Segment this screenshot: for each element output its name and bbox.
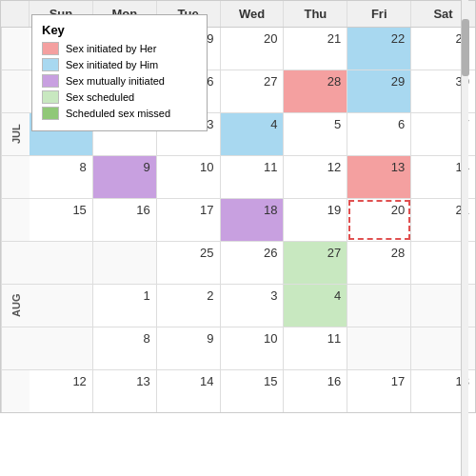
day-cell-empty — [30, 327, 93, 369]
day-cell[interactable]: 26 — [221, 242, 285, 284]
month-label — [1, 327, 30, 369]
day-cell[interactable]: 16 — [284, 370, 347, 412]
header-month-spacer — [1, 1, 30, 27]
day-cell[interactable]: 11 — [284, 327, 347, 369]
day-cell[interactable]: 16 — [93, 199, 157, 241]
day-cell[interactable]: 27 — [284, 242, 347, 284]
calendar: Sun Mon Tue Wed Thu Fri Sat 17 18 19 20 … — [0, 0, 476, 413]
legend-swatch-him — [42, 58, 59, 71]
legend-title: Key — [42, 23, 197, 37]
month-label — [1, 242, 30, 284]
day-cell[interactable]: 9 — [157, 327, 221, 369]
day-cell[interactable]: 18 — [221, 199, 285, 241]
legend-label-him: Sex initiated by Him — [66, 59, 158, 70]
day-cell[interactable]: 28 — [347, 242, 411, 284]
day-cell[interactable]: 3 — [221, 285, 285, 327]
header-fri: Fri — [347, 1, 411, 27]
legend-item-her: Sex initiated by Her — [42, 42, 197, 55]
day-cell[interactable]: 19 — [284, 199, 347, 241]
day-cell-empty — [30, 285, 93, 327]
day-cell[interactable]: 6 — [347, 113, 411, 155]
day-cell-empty — [30, 242, 93, 284]
month-label — [1, 156, 30, 198]
week-row: AUG 1 2 3 4 — [1, 285, 475, 327]
day-cell[interactable]: 9 — [93, 156, 157, 198]
day-cell[interactable]: 8 — [30, 156, 93, 198]
legend-swatch-scheduled — [42, 90, 59, 104]
day-cell[interactable]: 27 — [221, 70, 285, 112]
day-cell[interactable]: 17 — [157, 199, 221, 241]
day-cell[interactable]: 4 — [221, 113, 285, 155]
month-label — [1, 199, 30, 241]
day-cell[interactable]: 11 — [221, 156, 285, 198]
day-cell-empty — [347, 327, 411, 369]
day-cell[interactable]: 4 — [284, 285, 347, 327]
legend-label-her: Sex initiated by Her — [66, 43, 156, 54]
legend-item-scheduled: Sex scheduled — [42, 90, 197, 104]
day-cell[interactable]: 21 — [284, 28, 347, 69]
day-cell[interactable]: 28 — [284, 70, 347, 112]
day-cell[interactable]: 25 — [157, 242, 221, 284]
legend-swatch-her — [42, 42, 59, 55]
legend-swatch-mutual — [42, 74, 59, 88]
day-cell[interactable]: 10 — [157, 156, 221, 198]
day-cell[interactable]: 13 — [347, 156, 411, 198]
day-cell[interactable]: 15 — [30, 199, 93, 241]
day-cell[interactable]: 12 — [284, 156, 347, 198]
week-row: 25 26 27 28 Key Sex initiated by Her Sex… — [1, 242, 475, 285]
month-label-jul: JUL — [1, 113, 30, 155]
month-label — [1, 70, 30, 112]
legend-label-scheduled: Sex scheduled — [66, 91, 134, 103]
day-cell[interactable]: 1 — [93, 285, 157, 327]
legend-label-mutual: Sex mutually initiated — [66, 75, 165, 87]
day-cell[interactable]: 8 — [93, 327, 157, 369]
month-label — [1, 28, 30, 69]
legend-item-him: Sex initiated by Him — [42, 58, 197, 71]
legend-label-missed: Scheduled sex missed — [66, 108, 170, 119]
day-cell[interactable]: 2 — [157, 285, 221, 327]
day-cell-empty — [93, 242, 157, 284]
header-thu: Thu — [284, 1, 347, 27]
day-cell[interactable]: 20 — [221, 28, 285, 69]
day-cell[interactable]: 29 — [347, 70, 411, 112]
month-label — [1, 370, 30, 412]
scrollbar[interactable] — [461, 0, 468, 476]
day-cell[interactable]: 14 — [157, 370, 221, 412]
legend-box: Key Sex initiated by Her Sex initiated b… — [31, 14, 208, 131]
week-row: 15 16 17 18 19 20 21 — [1, 199, 475, 242]
legend-item-mutual: Sex mutually initiated — [42, 74, 197, 88]
header-wed: Wed — [221, 1, 285, 27]
scrollbar-thumb[interactable] — [462, 19, 469, 76]
week-row: 8 9 10 11 12 13 14 — [1, 156, 475, 199]
day-cell[interactable]: 22 — [347, 28, 411, 69]
day-cell[interactable]: 17 — [347, 370, 411, 412]
legend-swatch-missed — [42, 107, 59, 120]
day-cell[interactable]: 12 — [30, 370, 93, 412]
legend-item-missed: Scheduled sex missed — [42, 107, 197, 120]
day-cell[interactable]: 15 — [221, 370, 285, 412]
day-cell[interactable]: 5 — [284, 113, 347, 155]
day-cell-today[interactable]: 20 — [347, 199, 411, 241]
week-row: 8 9 10 11 — [1, 327, 475, 370]
week-row: 12 13 14 15 16 17 18 — [1, 370, 475, 412]
day-cell[interactable]: 10 — [221, 327, 285, 369]
day-cell[interactable]: 13 — [93, 370, 157, 412]
month-label-aug: AUG — [1, 285, 30, 327]
day-cell-empty — [347, 285, 411, 327]
